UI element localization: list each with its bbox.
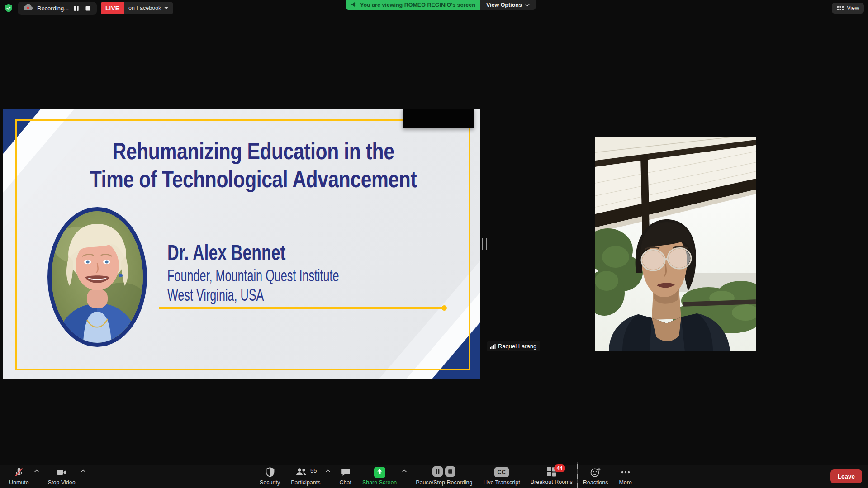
- microphone-muted-icon: [14, 466, 24, 478]
- view-options-label: View Options: [486, 2, 522, 8]
- breakout-rooms-grid-icon: [546, 472, 557, 478]
- share-screen-button[interactable]: Share Screen: [357, 463, 410, 488]
- pause-recording-toolbar-icon[interactable]: [432, 466, 443, 478]
- pause-stop-recording-button[interactable]: Pause/Stop Recording: [410, 463, 478, 488]
- shared-screen-slide: Rehumanizing Education in the Time of Te…: [3, 109, 480, 379]
- top-left-controls: Recording... LIVE on Facebook: [4, 1, 173, 15]
- security-button[interactable]: Security: [254, 463, 285, 488]
- top-bar: Recording... LIVE on Facebook: [0, 0, 868, 15]
- cloud-recording-icon: [23, 4, 33, 13]
- unmute-label: Unmute: [9, 479, 29, 486]
- live-target-dropdown[interactable]: on Facebook: [124, 2, 173, 14]
- share-screen-icon: [374, 466, 385, 478]
- slide-title: Rehumanizing Education in the Time of Te…: [14, 137, 480, 193]
- live-target-label: on Facebook: [128, 5, 161, 11]
- gold-underline: [159, 307, 446, 309]
- slide-title-line1: Rehumanizing Education in the: [57, 137, 449, 165]
- view-layout-button[interactable]: View: [832, 3, 864, 14]
- share-screen-label: Share Screen: [362, 479, 397, 486]
- viewing-banner-text: You are viewing ROMEO REGINIO's screen: [360, 2, 475, 8]
- participants-label: Participants: [291, 479, 320, 486]
- meeting-security-shield-icon[interactable]: [4, 3, 14, 13]
- video-options-chevron-icon[interactable]: [81, 468, 86, 474]
- gallery-grid-icon: [837, 5, 844, 11]
- more-ellipsis-icon: [620, 466, 631, 478]
- participants-count: 55: [310, 467, 317, 474]
- chat-bubble-icon: [340, 466, 351, 478]
- participant-video-tile[interactable]: [595, 137, 756, 351]
- security-shield-icon: [265, 466, 275, 478]
- participants-button[interactable]: 55 Participants: [285, 463, 334, 488]
- chevron-down-icon: [525, 4, 530, 6]
- security-label: Security: [260, 479, 280, 486]
- reactions-smiley-icon: [590, 466, 602, 478]
- reactions-label: Reactions: [583, 479, 608, 486]
- toolbar-left-group: Unmute Stop Video: [4, 463, 89, 488]
- audio-level-bars-icon: [490, 343, 496, 349]
- viewing-banner: You are viewing ROMEO REGINIO's screen V…: [346, 0, 536, 10]
- stop-video-label: Stop Video: [48, 479, 76, 486]
- meeting-toolbar: Unmute Stop Video Security: [0, 465, 868, 488]
- caret-down-icon: [164, 7, 168, 9]
- slide-title-line2: Time of Technological Advancement: [57, 165, 449, 193]
- active-speaker-name: Raquel Larang: [498, 343, 536, 350]
- speaker-portrait-photo: [47, 207, 147, 347]
- unmute-button[interactable]: Unmute: [4, 463, 43, 488]
- view-button-label: View: [847, 5, 859, 11]
- closed-caption-icon: CC: [494, 467, 509, 477]
- more-button[interactable]: More: [613, 463, 637, 488]
- stop-recording-icon[interactable]: [84, 5, 91, 12]
- speaker-location: West Virginia, USA: [167, 288, 264, 303]
- pause-recording-icon[interactable]: [73, 5, 80, 12]
- participant-video-frame: [595, 137, 756, 351]
- recording-indicator: Recording...: [18, 2, 97, 15]
- chat-button[interactable]: Chat: [334, 463, 356, 488]
- stop-video-button[interactable]: Stop Video: [43, 463, 89, 488]
- more-label: More: [619, 479, 631, 486]
- reactions-button[interactable]: Reactions: [578, 463, 614, 488]
- live-badge: LIVE: [101, 2, 124, 14]
- speaker-info-block: Dr. Alex Bennet Founder, Mountain Quest …: [167, 243, 327, 263]
- active-speaker-label: Raquel Larang: [487, 341, 540, 351]
- pause-stop-recording-label: Pause/Stop Recording: [416, 479, 472, 486]
- stop-recording-toolbar-icon[interactable]: [445, 466, 455, 478]
- share-options-chevron-icon[interactable]: [402, 468, 407, 474]
- participants-chevron-icon[interactable]: [325, 468, 331, 474]
- redacted-overlay: [403, 109, 474, 128]
- speaker-role: Founder, Mountain Quest Institute: [167, 268, 339, 284]
- zoom-meeting-window: Recording... LIVE on Facebook: [0, 0, 868, 488]
- toolbar-center-group: Security 55 Participants Chat: [254, 462, 637, 488]
- panel-resize-handle[interactable]: [482, 238, 487, 250]
- chat-label: Chat: [339, 479, 351, 486]
- breakout-rooms-label: Breakout Rooms: [531, 479, 573, 485]
- participants-people-icon: [294, 466, 308, 479]
- live-transcript-button[interactable]: CC Live Transcript: [478, 463, 525, 488]
- recording-label: Recording...: [37, 5, 69, 12]
- view-options-button[interactable]: View Options: [480, 0, 536, 10]
- leave-button[interactable]: Leave: [830, 469, 862, 483]
- live-transcript-label: Live Transcript: [483, 479, 520, 486]
- breakout-rooms-button[interactable]: 44 Breakout Rooms: [526, 462, 578, 488]
- live-stream-status: LIVE on Facebook: [101, 2, 173, 14]
- video-camera-icon: [56, 466, 67, 478]
- speaker-name: Dr. Alex Bennet: [167, 243, 285, 263]
- viewing-banner-message: You are viewing ROMEO REGINIO's screen: [346, 0, 480, 10]
- speaker-waves-icon: [351, 2, 357, 9]
- breakout-rooms-count-badge: 44: [554, 464, 565, 472]
- audio-options-chevron-icon[interactable]: [34, 468, 39, 474]
